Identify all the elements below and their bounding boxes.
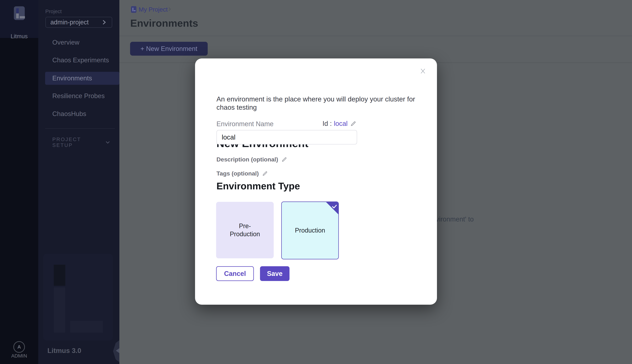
litmus-logo-icon[interactable] [14,6,25,20]
empty-state-text-fragment: vironment' to [436,216,474,223]
divider [120,36,632,36]
tags-optional-row[interactable]: Tags (optional) [216,170,268,177]
sidebar-item-resilience-probes[interactable]: Resilience Probes [45,90,120,102]
modal-description: An environment is the place where you wi… [216,95,421,112]
sidebar-item-environments[interactable]: Environments [45,72,120,85]
page-title: Environments [130,17,198,29]
sidebar-item-label: Environments [52,74,92,82]
description-optional-row[interactable]: Description (optional) [216,156,287,163]
sidebar-divider [45,128,115,129]
sidebar-watermark [43,254,113,340]
logo-mark [20,16,25,18]
avatar[interactable]: A [13,341,25,353]
new-environment-modal: New Environment An environment is the pl… [195,58,437,305]
edit-description-icon[interactable] [281,156,287,162]
sidebar-item-label: Resilience Probes [52,92,105,100]
close-button[interactable] [419,67,427,75]
left-rail [0,0,38,364]
sidebar-item-chaos-experiments[interactable]: Chaos Experiments [45,54,120,67]
breadcrumb-project-icon [131,6,136,13]
environment-type-pre-production-card[interactable]: Pre-Production [216,202,274,258]
description-optional-label: Description (optional) [216,156,278,163]
avatar-role-label: ADMIN [0,353,38,359]
project-setup-label: PROJECT SETUP [52,136,99,148]
check-icon [332,204,338,210]
sidebar-item-label: Chaos Experiments [52,56,109,64]
close-icon [420,68,426,74]
project-selector[interactable]: admin-project [46,17,112,28]
chevron-right-icon [101,19,107,25]
edit-tags-icon[interactable] [262,170,268,176]
sidebar-item-label: ChaosHubs [52,110,86,118]
brand-label: Litmus [0,33,38,40]
cancel-button[interactable]: Cancel [216,266,254,281]
project-selector-value: admin-project [50,18,89,26]
watermark-block [70,321,103,332]
selected-corner-badge [326,202,339,215]
breadcrumb[interactable]: My Project [139,6,168,13]
environment-name-input[interactable] [216,130,357,144]
sidebar-item-overview[interactable]: Overview [45,36,120,49]
logo-mark [16,14,19,18]
environment-id: Id : local [322,120,356,128]
card-label: Production [292,226,328,234]
id-value: local [334,120,348,128]
sidebar-item-chaoshubs[interactable]: ChaosHubs [45,108,120,120]
tags-optional-label: Tags (optional) [216,170,259,177]
version-label: Litmus 3.0 [48,347,81,354]
project-setup-toggle[interactable]: PROJECT SETUP [52,136,110,148]
chevron-down-icon [105,140,110,145]
environment-type-production-card[interactable]: Production [281,202,339,260]
card-label: Pre-Production [226,222,263,238]
save-button[interactable]: Save [260,266,290,281]
watermark-block [54,287,65,332]
environment-name-label: Environment Name [216,120,274,128]
logo-mark [16,8,19,13]
collapse-arrow-icon [116,348,120,353]
environment-type-heading: Environment Type [216,180,300,192]
id-label: Id : [322,120,332,128]
project-label: Project [45,8,62,14]
sidebar-item-label: Overview [52,39,79,46]
edit-id-icon[interactable] [350,120,356,127]
watermark-block [54,265,65,286]
breadcrumb-chevron-icon [167,7,172,12]
new-environment-button[interactable]: + New Environment [130,42,208,56]
